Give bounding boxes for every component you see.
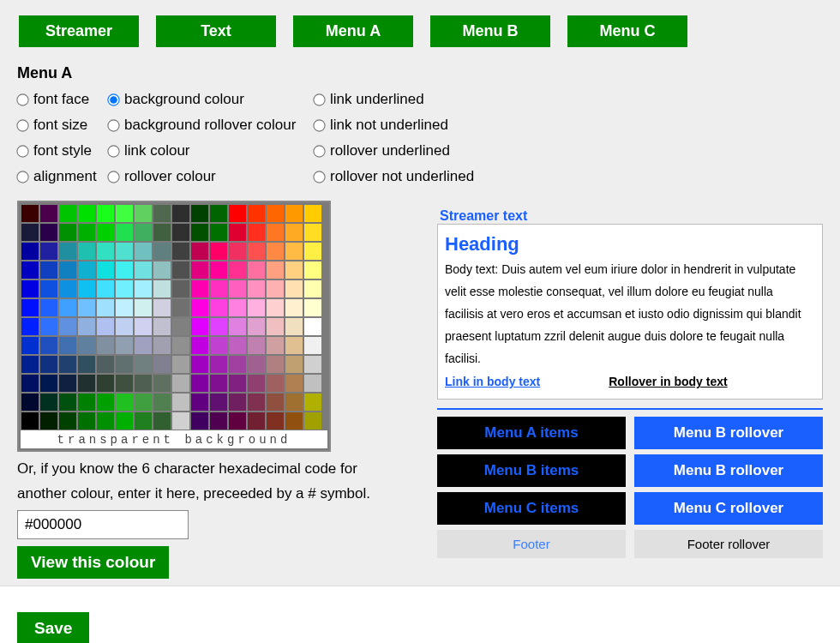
colour-swatch[interactable] — [77, 412, 96, 430]
colour-swatch[interactable] — [209, 393, 228, 412]
radio-input[interactable] — [16, 93, 28, 105]
colour-swatch[interactable] — [171, 261, 190, 279]
colour-swatch[interactable] — [58, 298, 77, 317]
radio-rollover-colour[interactable]: rollover colour — [108, 168, 314, 185]
colour-swatch[interactable] — [228, 393, 247, 412]
colour-swatch[interactable] — [285, 374, 303, 393]
colour-swatch[interactable] — [96, 223, 115, 242]
colour-swatch[interactable] — [21, 336, 39, 355]
colour-swatch[interactable] — [228, 261, 247, 279]
colour-swatch[interactable] — [153, 355, 171, 374]
colour-swatch[interactable] — [266, 242, 285, 261]
colour-swatch[interactable] — [21, 261, 39, 279]
colour-swatch[interactable] — [171, 223, 190, 242]
colour-swatch[interactable] — [39, 355, 58, 374]
colour-swatch[interactable] — [171, 204, 190, 223]
menu-preview-item[interactable]: Menu A items — [437, 417, 626, 449]
colour-swatch[interactable] — [285, 242, 303, 261]
colour-swatch[interactable] — [153, 242, 171, 261]
radio-link-underlined[interactable]: link underlined — [314, 91, 494, 108]
colour-swatch[interactable] — [96, 298, 115, 317]
colour-swatch[interactable] — [190, 223, 209, 242]
colour-swatch[interactable] — [77, 261, 96, 279]
colour-swatch[interactable] — [303, 298, 322, 317]
colour-swatch[interactable] — [285, 261, 303, 279]
menu-preview-item[interactable]: Menu B items — [437, 454, 626, 487]
radio-input[interactable] — [107, 145, 119, 157]
colour-swatch[interactable] — [39, 223, 58, 242]
tab-menu-b[interactable]: Menu B — [430, 15, 550, 47]
colour-swatch[interactable] — [134, 412, 153, 430]
colour-swatch[interactable] — [266, 393, 285, 412]
colour-swatch[interactable] — [303, 223, 322, 242]
colour-swatch[interactable] — [134, 298, 153, 317]
colour-swatch[interactable] — [58, 242, 77, 261]
colour-swatch[interactable] — [209, 261, 228, 279]
colour-swatch[interactable] — [266, 261, 285, 279]
colour-swatch[interactable] — [153, 412, 171, 430]
colour-swatch[interactable] — [96, 261, 115, 279]
radio-input[interactable] — [313, 119, 325, 131]
colour-swatch[interactable] — [134, 393, 153, 412]
radio-input[interactable] — [107, 119, 119, 131]
radio-font-size[interactable]: font size — [17, 117, 108, 134]
colour-swatch[interactable] — [209, 336, 228, 355]
colour-swatch[interactable] — [134, 261, 153, 279]
colour-swatch[interactable] — [266, 336, 285, 355]
colour-swatch[interactable] — [190, 336, 209, 355]
colour-swatch[interactable] — [285, 393, 303, 412]
colour-swatch[interactable] — [247, 355, 266, 374]
colour-swatch[interactable] — [21, 204, 39, 223]
colour-swatch[interactable] — [190, 279, 209, 298]
colour-swatch[interactable] — [115, 298, 134, 317]
colour-swatch[interactable] — [285, 298, 303, 317]
colour-swatch[interactable] — [134, 242, 153, 261]
colour-swatch[interactable] — [134, 279, 153, 298]
radio-background-colour[interactable]: background colour — [108, 91, 314, 108]
colour-swatch[interactable] — [39, 204, 58, 223]
radio-font-face[interactable]: font face — [17, 91, 108, 108]
colour-swatch[interactable] — [77, 279, 96, 298]
colour-swatch[interactable] — [190, 355, 209, 374]
colour-swatch[interactable] — [247, 317, 266, 336]
radio-rollover-underlined[interactable]: rollover underlined — [314, 142, 494, 159]
preview-link[interactable]: Link in body text — [445, 375, 540, 388]
radio-input[interactable] — [16, 145, 28, 157]
radio-input[interactable] — [313, 171, 325, 183]
colour-swatch[interactable] — [134, 355, 153, 374]
colour-swatch[interactable] — [96, 393, 115, 412]
colour-swatch[interactable] — [209, 279, 228, 298]
colour-swatch[interactable] — [77, 298, 96, 317]
colour-swatch[interactable] — [21, 223, 39, 242]
colour-swatch[interactable] — [190, 204, 209, 223]
colour-swatch[interactable] — [228, 317, 247, 336]
colour-swatch[interactable] — [77, 336, 96, 355]
colour-swatch[interactable] — [190, 242, 209, 261]
colour-swatch[interactable] — [171, 298, 190, 317]
colour-swatch[interactable] — [58, 355, 77, 374]
tab-streamer[interactable]: Streamer — [19, 15, 139, 47]
colour-swatch[interactable] — [96, 279, 115, 298]
colour-swatch[interactable] — [96, 374, 115, 393]
colour-swatch[interactable] — [303, 374, 322, 393]
colour-swatch[interactable] — [58, 204, 77, 223]
colour-swatch[interactable] — [228, 298, 247, 317]
colour-swatch[interactable] — [303, 393, 322, 412]
colour-swatch[interactable] — [247, 242, 266, 261]
colour-swatch[interactable] — [190, 374, 209, 393]
colour-swatch[interactable] — [58, 223, 77, 242]
colour-swatch[interactable] — [153, 374, 171, 393]
colour-swatch[interactable] — [39, 279, 58, 298]
colour-swatch[interactable] — [209, 298, 228, 317]
colour-swatch[interactable] — [77, 374, 96, 393]
colour-swatch[interactable] — [209, 412, 228, 430]
colour-swatch[interactable] — [39, 336, 58, 355]
radio-input[interactable] — [107, 171, 119, 183]
colour-swatch[interactable] — [266, 317, 285, 336]
colour-swatch[interactable] — [39, 317, 58, 336]
colour-swatch[interactable] — [247, 412, 266, 430]
colour-swatch[interactable] — [228, 242, 247, 261]
colour-swatch[interactable] — [171, 374, 190, 393]
colour-swatch[interactable] — [77, 204, 96, 223]
colour-swatch[interactable] — [96, 355, 115, 374]
